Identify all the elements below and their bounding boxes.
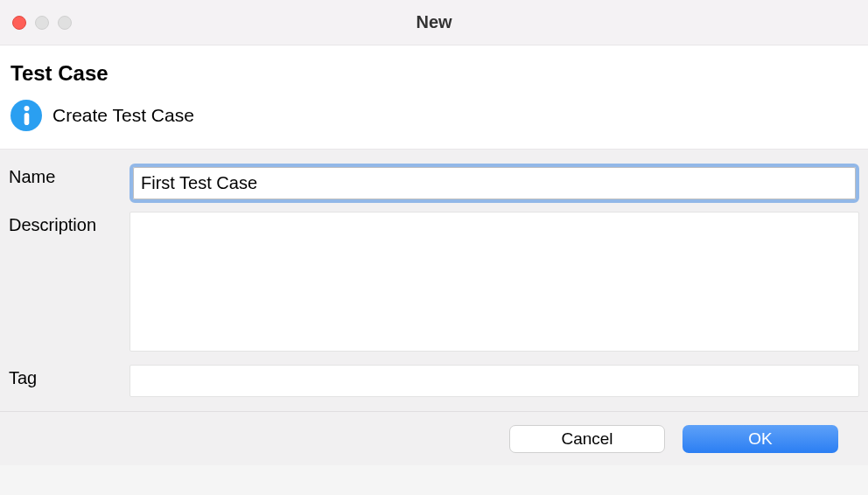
- form-area: Name Description Tag: [0, 150, 868, 411]
- titlebar: New: [0, 0, 868, 45]
- name-row: Name: [9, 164, 859, 203]
- header-panel: Test Case Create Test Case: [0, 45, 868, 150]
- tag-label: Tag: [9, 365, 130, 388]
- tag-input[interactable]: [130, 365, 859, 397]
- ok-button[interactable]: OK: [682, 425, 838, 453]
- minimize-window-button[interactable]: [35, 16, 49, 30]
- button-bar: Cancel OK: [0, 411, 868, 465]
- name-input[interactable]: [133, 167, 856, 199]
- window-controls: [0, 16, 72, 30]
- description-row: Description: [9, 212, 859, 356]
- tag-row: Tag: [9, 365, 859, 397]
- page-subtitle: Create Test Case: [52, 105, 194, 126]
- header-subtitle-row: Create Test Case: [10, 100, 858, 131]
- page-title: Test Case: [10, 61, 858, 86]
- cancel-button[interactable]: Cancel: [509, 425, 665, 453]
- name-input-focus-ring: [130, 164, 859, 203]
- info-icon: [10, 100, 42, 131]
- svg-point-0: [24, 106, 29, 111]
- description-label: Description: [9, 212, 130, 235]
- window-title: New: [0, 12, 868, 32]
- close-window-button[interactable]: [12, 16, 26, 30]
- svg-rect-1: [24, 113, 29, 125]
- description-textarea[interactable]: [130, 212, 859, 352]
- name-label: Name: [9, 164, 130, 187]
- maximize-window-button[interactable]: [58, 16, 72, 30]
